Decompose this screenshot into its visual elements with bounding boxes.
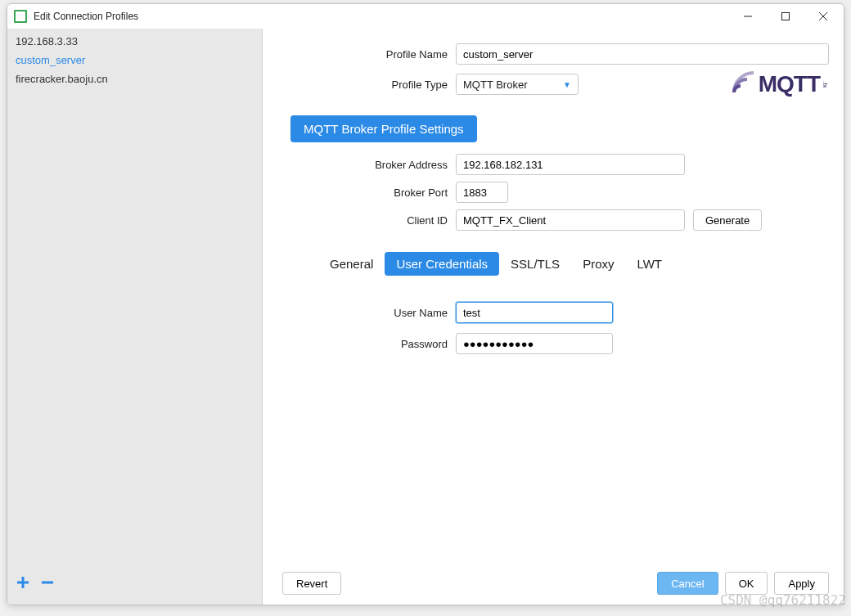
tab-proxy[interactable]: Proxy — [571, 252, 625, 276]
minus-icon — [40, 575, 55, 590]
username-input[interactable] — [456, 302, 613, 323]
broker-address-input[interactable] — [456, 154, 685, 175]
broker-address-label: Broker Address — [282, 159, 456, 171]
profile-name-label: Profile Name — [282, 48, 456, 61]
dialog-footer: Revert Cancel OK Apply — [282, 565, 829, 595]
titlebar: Edit Connection Profiles — [7, 4, 844, 29]
app-icon — [14, 10, 27, 23]
add-profile-button[interactable] — [16, 575, 30, 593]
apply-button[interactable]: Apply — [774, 572, 829, 595]
dialog-window: Edit Connection Profiles 192.168.3.33 cu… — [7, 3, 844, 605]
close-button[interactable] — [804, 4, 842, 29]
close-icon — [819, 12, 827, 20]
tab-general[interactable]: General — [318, 252, 385, 276]
window-title: Edit Connection Profiles — [34, 11, 138, 22]
maximize-button[interactable] — [767, 4, 804, 29]
mqtt-logo: MQTT .fx — [732, 71, 829, 97]
profile-item[interactable]: custom_server — [7, 51, 262, 70]
logo-suffix: .fx — [822, 81, 829, 88]
minimize-icon — [744, 12, 752, 20]
tab-user-credentials[interactable]: User Credentials — [385, 252, 499, 276]
client-id-label: Client ID — [282, 214, 456, 227]
sub-tabs: General User Credentials SSL/TLS Proxy L… — [318, 252, 829, 276]
broker-port-label: Broker Port — [282, 187, 456, 199]
content-panel: Profile Name Profile Type MQTT Broker ▼ … — [263, 29, 844, 605]
plus-icon — [16, 575, 30, 590]
client-id-input[interactable] — [456, 209, 685, 231]
password-input[interactable] — [456, 333, 613, 354]
cancel-button[interactable]: Cancel — [657, 572, 718, 595]
minimize-button[interactable] — [729, 4, 767, 29]
username-label: User Name — [282, 307, 456, 319]
sidebar: 192.168.3.33 custom_server firecracker.b… — [7, 29, 263, 605]
section-header: MQTT Broker Profile Settings — [290, 115, 477, 142]
remove-profile-button[interactable] — [40, 575, 55, 593]
dropdown-arrow-icon: ▼ — [563, 80, 571, 89]
profile-type-select[interactable]: MQTT Broker ▼ — [456, 74, 579, 95]
svg-rect-1 — [782, 13, 790, 20]
profile-name-input[interactable] — [456, 43, 829, 65]
profile-list: 192.168.3.33 custom_server firecracker.b… — [7, 29, 262, 569]
tab-lwt[interactable]: LWT — [625, 252, 673, 276]
profile-type-value: MQTT Broker — [463, 79, 528, 91]
broker-port-input[interactable] — [456, 182, 508, 203]
revert-button[interactable]: Revert — [282, 572, 341, 595]
maximize-icon — [781, 12, 790, 20]
profile-item[interactable]: 192.168.3.33 — [7, 32, 262, 51]
generate-button[interactable]: Generate — [693, 209, 762, 231]
tab-ssl-tls[interactable]: SSL/TLS — [499, 252, 571, 276]
mqtt-arc-icon — [732, 71, 757, 97]
ok-button[interactable]: OK — [725, 572, 768, 595]
password-label: Password — [282, 338, 456, 350]
logo-text: MQTT — [759, 71, 820, 97]
profile-item[interactable]: firecracker.baoju.cn — [7, 70, 262, 88]
profile-type-label: Profile Type — [282, 79, 456, 91]
